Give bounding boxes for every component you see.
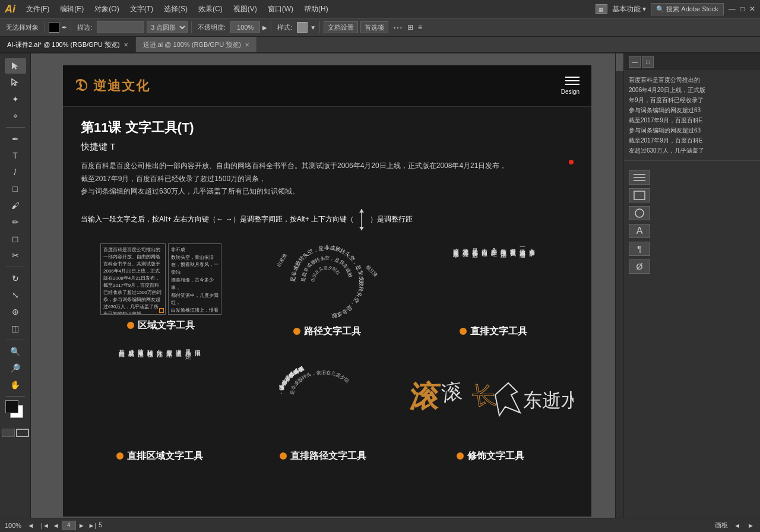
- area-text-label: 区域文字工具: [127, 319, 195, 332]
- mini-panel-btn-1[interactable]: —: [629, 56, 641, 68]
- tool-sep-1: [6, 127, 25, 128]
- vert-col-6: 白发渔樵江渚上: [499, 243, 507, 321]
- logo-icon: 𝔇: [75, 76, 87, 96]
- menu-window[interactable]: 窗口(W): [263, 3, 298, 15]
- vert-text-label: 直排文字工具: [460, 325, 527, 338]
- area-text-box-1: 百度百科是百度公司推出的一部内容开放、自由的网络百科全书平台。其测试版于2006…: [100, 243, 166, 315]
- status-nav-next[interactable]: ►: [746, 522, 755, 529]
- vert-area-label: 直排区域文字工具: [116, 450, 203, 463]
- tool-sep-3: [6, 340, 25, 340]
- svg-marker-1: [359, 209, 364, 213]
- scrollbar-vertical[interactable]: [615, 53, 623, 518]
- scissors-tool[interactable]: ✂: [5, 248, 26, 263]
- first-page-btn[interactable]: |◄: [40, 522, 50, 529]
- normal-mode-icon[interactable]: [2, 429, 15, 437]
- page-nav: |◄ ◄ ► ►| 5: [40, 521, 102, 530]
- menu-text[interactable]: 文字(T): [125, 3, 158, 15]
- panel-arrange-icon[interactable]: ⊞: [407, 23, 413, 31]
- text-tool[interactable]: T: [5, 148, 26, 163]
- tab-2-label: 送进.ai @ 100% (RGB/GPU 预览): [143, 40, 241, 49]
- rect-tool[interactable]: □: [5, 181, 26, 197]
- vert-area-col-3: 败败渔渔渔: [137, 344, 145, 445]
- canvas-wrapper: 𝔇 逆迪文化 Design 第11课 文字工具(T) 快捷键 T: [43, 65, 612, 506]
- direct-select-tool[interactable]: [5, 75, 26, 90]
- style-swatch[interactable]: [297, 22, 308, 33]
- menu-select[interactable]: 选择(S): [159, 3, 192, 15]
- toolbar-divider-5: [319, 21, 320, 33]
- gradient-tool[interactable]: ◫: [5, 321, 26, 336]
- prev-page-btn[interactable]: ◄: [52, 522, 61, 529]
- blend-tool[interactable]: ⊕: [5, 304, 26, 319]
- hamburger-menu[interactable]: Design: [561, 77, 580, 95]
- pencil-tool[interactable]: ✏: [5, 214, 26, 230]
- extra-tools-icon[interactable]: ⋯: [393, 22, 403, 33]
- zoom-level: 100%: [5, 522, 21, 529]
- vert-path-label: 直排路径文字工具: [280, 450, 366, 463]
- rotate-tool[interactable]: ↻: [5, 271, 26, 286]
- tool-sep-2: [6, 267, 25, 267]
- line-tool[interactable]: /: [5, 164, 26, 180]
- zoom-decrease[interactable]: ◄: [26, 522, 35, 529]
- mini-panel-btn-2[interactable]: □: [642, 56, 654, 68]
- tab-1[interactable]: AI-课件2.ai* @ 100% (RGB/GPU 预览) ✕: [0, 37, 136, 52]
- menu-view[interactable]: 视图(V): [229, 3, 262, 15]
- text-frame-1: 百度百科是百度公司推出的一部内容开放、自由的网络百科全书平台。其测试版于2006…: [100, 243, 166, 315]
- zoom-tool[interactable]: 🔎: [5, 360, 26, 376]
- style-arrow[interactable]: ▼: [310, 24, 316, 31]
- right-circle-icon[interactable]: [629, 206, 650, 220]
- close-icon[interactable]: ✕: [749, 5, 755, 13]
- status-nav-prev[interactable]: ◄: [733, 522, 742, 529]
- selection-tool[interactable]: [5, 58, 26, 74]
- brush-tool[interactable]: 🖌: [5, 198, 26, 213]
- eyedrop-tool[interactable]: 🔍: [5, 344, 26, 359]
- right-rect-icon[interactable]: [629, 188, 650, 202]
- menu-object[interactable]: 对象(O): [90, 3, 124, 15]
- outline-mode-icon[interactable]: [16, 429, 29, 437]
- next-page-btn[interactable]: ►: [77, 522, 86, 529]
- vert-area-text-demo: 非是白雄白 成成发发发 败败渔渔渔 转转樵樵樵 头头江江江 空空东东渚 逝逝逝上…: [81, 344, 238, 463]
- opacity-input[interactable]: [230, 21, 260, 33]
- stroke-input[interactable]: [97, 21, 144, 33]
- tab-2-close[interactable]: ✕: [245, 42, 249, 48]
- menu-edit[interactable]: 编辑(E): [55, 3, 88, 15]
- menu-help[interactable]: 帮助(H): [299, 3, 333, 15]
- hand-tool[interactable]: ✋: [5, 377, 26, 392]
- toolbar-more-icon[interactable]: ≡: [418, 23, 422, 31]
- orange-dot-4: [116, 452, 124, 460]
- right-tool-row-1: [626, 169, 758, 186]
- point-select[interactable]: 3 点圆形: [147, 21, 188, 33]
- orange-dot-5: [280, 452, 287, 460]
- left-tools-panel: ✦ ⌖ ✒ T / □ 🖌 ✏ ◻ ✂ ↻ ⤡ ⊕ ◫ 🔍 🔎 ✋: [0, 53, 31, 518]
- preferences-button[interactable]: 首选项: [360, 21, 388, 33]
- search-stock-label[interactable]: 🔍 搜索 Adobe Stock: [651, 3, 724, 15]
- lasso-tool[interactable]: ⌖: [5, 108, 26, 124]
- eraser-tool[interactable]: ◻: [5, 231, 26, 246]
- menu-effect[interactable]: 效果(C): [194, 3, 227, 15]
- right-style-icon[interactable]: Ø: [629, 259, 650, 274]
- right-para-icon[interactable]: ¶: [629, 242, 650, 256]
- fg-color-swatch[interactable]: [5, 400, 18, 413]
- pen-tool[interactable]: ✒: [5, 131, 26, 147]
- opacity-arrow[interactable]: ▶: [262, 24, 267, 31]
- right-lines-icon[interactable]: [629, 170, 650, 185]
- magic-wand-tool[interactable]: ✦: [5, 91, 26, 107]
- scale-tool[interactable]: ⤡: [5, 287, 26, 303]
- svg-marker-2: [359, 227, 364, 230]
- fill-swatch[interactable]: [49, 22, 59, 33]
- tab-2[interactable]: 送进.ai @ 100% (RGB/GPU 预览) ✕: [136, 37, 257, 52]
- artboard-label: 画板: [715, 521, 728, 530]
- page-input[interactable]: [62, 521, 76, 530]
- right-spacer: [626, 163, 758, 168]
- menu-file[interactable]: 文件(F): [21, 3, 54, 15]
- toolbar-divider-2: [71, 21, 71, 33]
- right-text-icon[interactable]: A: [629, 224, 650, 238]
- tab-1-close[interactable]: ✕: [124, 42, 128, 48]
- last-page-btn[interactable]: ►|: [87, 522, 98, 529]
- canvas-area[interactable]: 𝔇 逆迪文化 Design 第11课 文字工具(T) 快捷键 T: [31, 53, 623, 518]
- restore-icon[interactable]: □: [740, 5, 745, 13]
- vert-path-content: 非成败转头空，青山依旧在，几度夕阳红，白发渔樵江渚上，惯看秋月春风，一壶浊酒喜相…: [264, 344, 382, 445]
- minimize-icon[interactable]: —: [729, 5, 736, 13]
- scrollbar-thumb[interactable]: [616, 53, 623, 71]
- page-count: 5: [99, 522, 102, 528]
- doc-settings-button[interactable]: 文档设置: [324, 21, 358, 33]
